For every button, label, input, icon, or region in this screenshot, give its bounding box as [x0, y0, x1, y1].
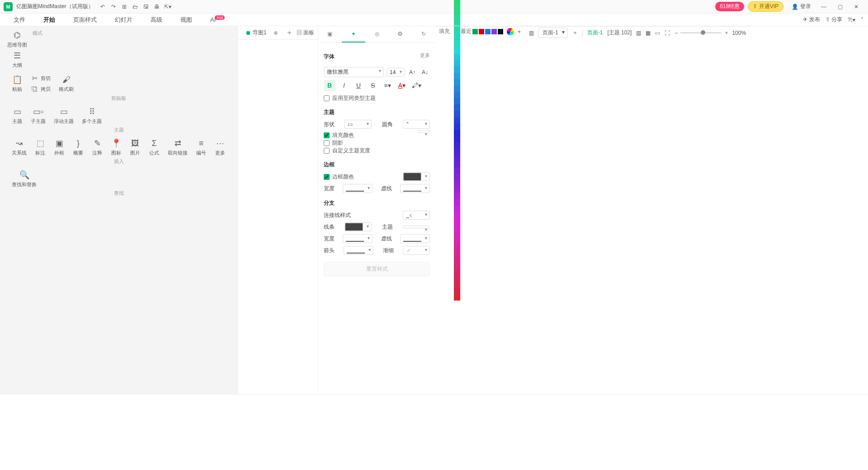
arrow-dropdown[interactable]	[344, 246, 373, 255]
underline-button[interactable]: U	[353, 80, 364, 91]
formula-button[interactable]: Σ公式	[146, 137, 162, 157]
color-swatch[interactable]	[454, 250, 460, 256]
color-swatch[interactable]	[454, 85, 460, 92]
shape-dropdown[interactable]: ▭	[344, 120, 372, 129]
apply-same-type-checkbox[interactable]: 应用至同类型主题	[324, 94, 430, 102]
image-button[interactable]: 🖼图片	[127, 137, 143, 157]
custom-width-checkbox[interactable]: 自定义主题宽度	[324, 147, 430, 155]
border-dash-dropdown[interactable]	[400, 184, 430, 193]
paste-button[interactable]: 📋粘贴	[9, 73, 25, 94]
page-selector[interactable]: 页面-1	[538, 28, 568, 38]
color-swatch[interactable]	[454, 168, 460, 174]
color-swatch[interactable]	[454, 269, 460, 275]
color-swatch[interactable]	[454, 104, 460, 111]
minimize-icon[interactable]: —	[816, 1, 832, 12]
color-swatch[interactable]	[454, 244, 460, 250]
login-button[interactable]: 👤 登录	[787, 2, 816, 11]
color-swatch[interactable]	[454, 256, 460, 263]
zoom-slider[interactable]: − ＋ 100%	[675, 29, 746, 37]
color-swatch[interactable]	[454, 206, 460, 212]
zoom-out-icon[interactable]: −	[675, 30, 678, 36]
font-size-dropdown[interactable]: 14	[387, 68, 405, 77]
color-swatch[interactable]	[454, 174, 460, 180]
taper-dropdown[interactable]: ⟋	[403, 246, 430, 255]
close-icon[interactable]: ✕	[848, 1, 864, 12]
iconlib-button[interactable]: 📍图标	[108, 137, 124, 157]
redo-icon[interactable]: ↷	[110, 3, 117, 10]
color-swatch[interactable]	[454, 136, 460, 142]
reset-style-button[interactable]: 重置样式	[324, 262, 430, 276]
branch-dash-dropdown[interactable]	[400, 234, 430, 243]
color-swatch[interactable]	[454, 275, 460, 282]
color-swatch[interactable]	[454, 130, 460, 136]
menu-advanced[interactable]: 高级	[148, 14, 165, 26]
line-color-dropdown[interactable]	[344, 222, 372, 231]
color-swatch[interactable]	[454, 123, 460, 130]
fill-color-dropdown[interactable]	[418, 130, 430, 133]
status-fit-icon[interactable]: ▭	[655, 30, 660, 36]
menu-view[interactable]: 视图	[178, 14, 195, 26]
find-replace-button[interactable]: 🔍查找和替换	[9, 169, 39, 189]
numbering-button[interactable]: ≡编号	[193, 137, 209, 157]
color-swatch[interactable]	[454, 47, 460, 54]
document-tab[interactable]: 导图1	[242, 27, 282, 38]
open-icon[interactable]: 🗁	[132, 3, 139, 10]
menu-ai[interactable]: AIHot	[208, 14, 228, 25]
recent-swatch[interactable]	[479, 29, 484, 34]
share-button[interactable]: ⇪ 分享	[826, 16, 842, 24]
outline-mode-button[interactable]: ☰大纲	[9, 49, 25, 70]
font-decrease-icon[interactable]: A↓	[420, 67, 430, 77]
color-swatch[interactable]	[454, 187, 460, 193]
branch-width-dropdown[interactable]	[343, 234, 373, 243]
float-topic-button[interactable]: ▭浮动主题	[51, 105, 76, 126]
status-layout-icon[interactable]: ▥	[636, 30, 641, 36]
color-swatch[interactable]	[454, 54, 460, 60]
save-icon[interactable]: 🖫	[142, 3, 150, 10]
italic-button[interactable]: I	[338, 80, 350, 91]
format-painter-button[interactable]: 🖌格式刷	[56, 73, 76, 94]
highlight-button[interactable]: 🖍▾	[410, 80, 422, 91]
color-swatch[interactable]	[454, 225, 460, 231]
color-swatch[interactable]	[454, 180, 460, 187]
recent-swatch[interactable]	[485, 29, 491, 34]
publish-button[interactable]: ✈ 发布	[803, 16, 820, 24]
border-color-dropdown[interactable]	[403, 172, 430, 181]
cut-button[interactable]: ✄剪切	[28, 73, 53, 83]
summary-button[interactable]: }概要	[70, 137, 86, 157]
recent-swatch[interactable]	[491, 29, 497, 34]
color-swatch[interactable]	[454, 161, 460, 168]
pages-panel-icon[interactable]: ▥	[529, 30, 534, 36]
status-fullscreen-icon[interactable]: ⛶	[665, 30, 670, 36]
color-swatch[interactable]	[454, 294, 460, 301]
color-swatch[interactable]	[454, 142, 460, 149]
color-swatch[interactable]	[454, 288, 460, 294]
maximize-icon[interactable]: ▢	[832, 1, 848, 12]
color-swatch[interactable]	[454, 41, 460, 47]
relation-button[interactable]: ↝关系线	[9, 137, 29, 157]
color-swatch[interactable]	[454, 237, 460, 244]
align-button[interactable]: ≡▾	[382, 80, 393, 91]
promo-pill[interactable]: 618特惠	[715, 2, 744, 11]
copy-button[interactable]: ⿻拷贝	[28, 84, 53, 94]
boundary-button[interactable]: ▣外框	[51, 137, 67, 157]
color-swatch[interactable]	[454, 3, 460, 9]
color-swatch[interactable]	[454, 155, 460, 161]
more-insert-button[interactable]: ⋯更多	[212, 137, 228, 157]
zoom-in-icon[interactable]: ＋	[724, 29, 729, 37]
subtopic-button[interactable]: ▭▫子主题	[28, 105, 48, 126]
color-swatch[interactable]	[454, 193, 460, 199]
eyedropper-icon[interactable]: ⌖	[518, 28, 521, 35]
menu-file[interactable]: 文件	[11, 14, 28, 26]
callout-button[interactable]: ⬚标注	[32, 137, 48, 157]
color-swatch[interactable]	[454, 263, 460, 269]
color-swatch[interactable]	[454, 149, 460, 155]
bold-button[interactable]: B	[324, 80, 335, 91]
menu-pagestyle[interactable]: 页面样式	[71, 14, 99, 26]
font-color-button[interactable]: A▾	[396, 80, 408, 91]
menu-start[interactable]: 开始	[41, 14, 58, 26]
color-swatch[interactable]	[454, 117, 460, 123]
panel-tab-history[interactable]: ↻	[412, 26, 435, 42]
font-more-link[interactable]: 更多	[420, 52, 430, 59]
color-swatch[interactable]	[454, 79, 460, 85]
help-icon[interactable]: ?⃝▾	[848, 17, 855, 23]
